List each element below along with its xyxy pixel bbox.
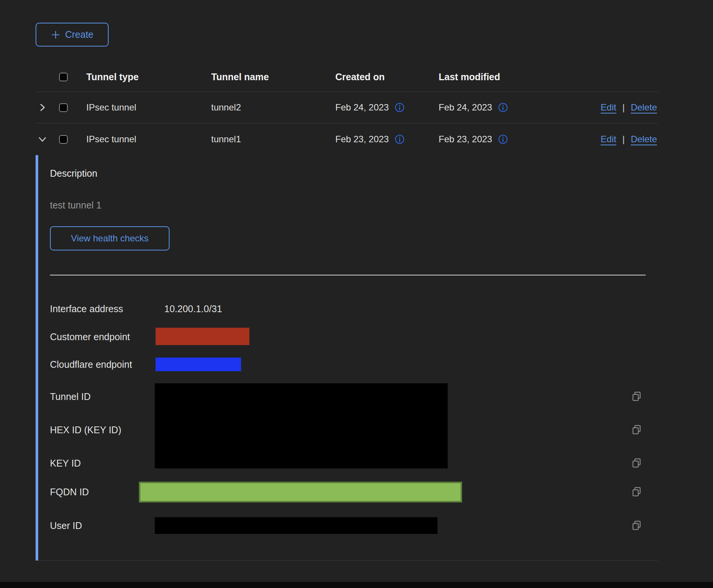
column-header-last-modified: Last modified (439, 72, 500, 82)
column-header-tunnel-name: Tunnel name (211, 72, 269, 82)
fqdn-id-redaction (139, 482, 462, 502)
chevron-right-icon (37, 102, 48, 113)
table-row: IPsec tunnel tunnel2 Feb 24, 2023 Feb 24… (36, 92, 658, 123)
expanded-panel-accent-bar (36, 155, 38, 561)
collapse-row-button[interactable] (37, 134, 48, 145)
column-header-created-on: Created on (335, 72, 385, 82)
field-label-interface-address: Interface address (50, 303, 123, 314)
bottom-strip (0, 582, 713, 588)
plus-icon (51, 30, 61, 40)
expanded-panel-bottom-border (36, 560, 658, 561)
created-on-cell: Feb 23, 2023 (335, 134, 389, 145)
last-modified-cell: Feb 23, 2023 (439, 134, 492, 145)
cloudflare-endpoint-redaction (156, 358, 241, 371)
field-label-user-id: User ID (50, 520, 82, 531)
section-divider (50, 275, 646, 275)
tunnel-name-cell: tunnel1 (211, 134, 241, 145)
user-id-redaction (155, 517, 437, 534)
expand-row-button[interactable] (37, 102, 48, 113)
create-button[interactable]: Create (36, 23, 109, 47)
field-label-cloudflare-endpoint: Cloudflare endpoint (50, 359, 132, 370)
copy-tunnel-id-button[interactable] (631, 391, 642, 402)
tunnel-hex-key-id-redaction (155, 383, 448, 468)
description-value: test tunnel 1 (50, 200, 101, 211)
customer-endpoint-redaction (156, 328, 249, 345)
actions-separator: | (622, 134, 624, 145)
description-label: Description (50, 168, 97, 179)
chevron-down-icon (37, 134, 48, 145)
copy-user-id-button[interactable] (631, 520, 642, 531)
table-header-row: Tunnel type Tunnel name Created on Last … (36, 62, 658, 92)
interface-address-value: 10.200.1.0/31 (164, 303, 222, 314)
row-checkbox[interactable] (59, 135, 68, 144)
copy-hex-id-button[interactable] (631, 425, 642, 435)
create-button-label: Create (65, 29, 93, 40)
select-all-checkbox[interactable] (59, 73, 68, 81)
row-checkbox[interactable] (59, 103, 68, 112)
tunnels-page: Create Tunnel type Tunnel name Created o… (0, 0, 713, 588)
last-modified-cell: Feb 24, 2023 (439, 102, 492, 113)
created-on-cell: Feb 24, 2023 (335, 102, 389, 113)
field-label-tunnel-id: Tunnel ID (50, 391, 90, 402)
edit-link[interactable]: Edit (601, 134, 616, 145)
edit-link[interactable]: Edit (601, 102, 616, 113)
tunnel-type-cell: IPsec tunnel (86, 102, 136, 113)
copy-fqdn-id-button[interactable] (631, 487, 642, 497)
delete-link[interactable]: Delete (631, 102, 657, 113)
actions-separator: | (622, 102, 624, 113)
info-icon[interactable] (498, 103, 508, 112)
field-label-key-id: KEY ID (50, 458, 81, 469)
delete-link[interactable]: Delete (631, 134, 657, 145)
tunnel-type-cell: IPsec tunnel (86, 134, 136, 145)
field-label-hex-id: HEX ID (KEY ID) (50, 425, 121, 436)
column-header-tunnel-type: Tunnel type (86, 72, 139, 82)
field-label-customer-endpoint: Customer endpoint (50, 331, 130, 342)
info-icon[interactable] (395, 103, 405, 112)
view-health-checks-button[interactable]: View health checks (50, 226, 170, 250)
info-icon[interactable] (395, 134, 405, 144)
table-row: IPsec tunnel tunnel1 Feb 23, 2023 Feb 23… (36, 123, 658, 155)
info-icon[interactable] (498, 134, 508, 144)
field-label-fqdn-id: FQDN ID (50, 487, 89, 498)
copy-key-id-button[interactable] (631, 458, 642, 468)
tunnel-name-cell: tunnel2 (211, 102, 241, 113)
